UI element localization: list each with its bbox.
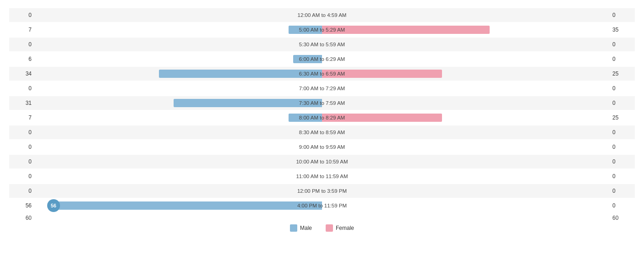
male-value: 7	[9, 27, 34, 33]
bars-container: 8:00 AM to 8:29 AM	[34, 112, 610, 124]
bars-container: 10:00 AM to 10:59 AM	[34, 156, 610, 168]
chart-row: 07:00 AM to 7:29 AM0	[9, 82, 635, 95]
male-value: 0	[9, 188, 34, 194]
male-value: 31	[9, 100, 34, 106]
axis-row: 6060	[9, 214, 635, 222]
male-value: 0	[9, 144, 34, 150]
time-label: 7:30 AM to 7:59 AM	[299, 100, 345, 106]
male-value: 0	[9, 41, 34, 48]
bars-container: 12:00 AM to 4:59 AM	[34, 9, 610, 21]
bars-container: 6:30 AM to 6:59 AM	[34, 68, 610, 80]
male-bar	[159, 70, 322, 78]
time-label: 8:00 AM to 8:29 AM	[299, 115, 345, 120]
bars-container: 9:00 AM to 9:59 AM	[34, 141, 610, 153]
chart-row: 78:00 AM to 8:29 AM25	[9, 111, 635, 125]
male-value: 0	[9, 85, 34, 92]
chart-row: 75:00 AM to 5:29 AM35	[9, 23, 635, 37]
bar-section: 6:30 AM to 6:59 AM	[34, 67, 610, 81]
female-value: 0	[610, 12, 635, 18]
bar-section: 7:00 AM to 7:29 AM	[34, 82, 610, 95]
bars-container: 5:00 AM to 5:29 AM	[34, 24, 610, 36]
chart-row: 08:30 AM to 8:59 AM0	[9, 125, 635, 139]
time-label: 10:00 AM to 10:59 AM	[296, 159, 348, 164]
bar-section: 7:30 AM to 7:59 AM	[34, 96, 610, 110]
chart-row: 346:30 AM to 6:59 AM25	[9, 67, 635, 81]
male-value: 0	[9, 129, 34, 136]
chart-row: 05:30 AM to 5:59 AM0	[9, 38, 635, 51]
bar-section: 8:00 AM to 8:29 AM	[34, 111, 610, 125]
legend: MaleFemale	[9, 224, 635, 232]
bars-container: 564:00 PM to 11:59 PM	[34, 200, 610, 212]
bar-section: 5:30 AM to 5:59 AM	[34, 38, 610, 51]
bar-section: 6:00 AM to 6:29 AM	[34, 52, 610, 66]
chart-area: 012:00 AM to 4:59 AM075:00 AM to 5:29 AM…	[9, 8, 635, 232]
chart-row: 66:00 AM to 6:29 AM0	[9, 52, 635, 66]
bar-section: 564:00 PM to 11:59 PM	[34, 199, 610, 212]
female-value: 0	[610, 85, 635, 92]
time-label: 6:00 AM to 6:29 AM	[299, 56, 345, 62]
time-label: 11:00 AM to 11:59 AM	[296, 174, 348, 179]
female-bar	[322, 26, 490, 34]
bar-section: 12:00 PM to 3:59 PM	[34, 184, 610, 198]
legend-item: Male	[290, 224, 312, 232]
chart-row: 317:30 AM to 7:59 AM0	[9, 96, 635, 110]
female-legend-box	[326, 224, 333, 232]
female-value: 25	[610, 71, 635, 77]
female-value: 0	[610, 41, 635, 48]
bars-container: 7:30 AM to 7:59 AM	[34, 97, 610, 109]
time-label: 4:00 PM to 11:59 PM	[297, 203, 347, 208]
time-label: 5:30 AM to 5:59 AM	[299, 42, 345, 47]
bars-container: 5:30 AM to 5:59 AM	[34, 38, 610, 50]
bar-section: 11:00 AM to 11:59 AM	[34, 169, 610, 183]
male-value: 6	[9, 56, 34, 62]
axis-center	[34, 214, 610, 222]
bars-container: 6:00 AM to 6:29 AM	[34, 53, 610, 65]
time-label: 8:30 AM to 8:59 AM	[299, 130, 345, 135]
male-legend-box	[290, 224, 297, 232]
female-legend-label: Female	[336, 225, 354, 231]
time-label: 9:00 AM to 9:59 AM	[299, 144, 345, 150]
bar-section: 10:00 AM to 10:59 AM	[34, 155, 610, 169]
bars-container: 8:30 AM to 8:59 AM	[34, 126, 610, 138]
time-label: 7:00 AM to 7:29 AM	[299, 86, 345, 91]
time-label: 6:30 AM to 6:59 AM	[299, 71, 345, 76]
female-value: 0	[610, 202, 635, 209]
female-value: 0	[610, 158, 635, 165]
female-value: 0	[610, 100, 635, 106]
bar-section: 5:00 AM to 5:29 AM	[34, 23, 610, 37]
female-value: 0	[610, 188, 635, 194]
bar-section: 9:00 AM to 9:59 AM	[34, 140, 610, 154]
male-bar	[54, 201, 322, 210]
male-value: 0	[9, 158, 34, 165]
female-value: 0	[610, 129, 635, 136]
male-value: 0	[9, 173, 34, 180]
chart-row: 012:00 AM to 4:59 AM0	[9, 8, 635, 22]
value-badge: 56	[47, 199, 60, 212]
chart-row: 012:00 PM to 3:59 PM0	[9, 184, 635, 198]
chart-row: 010:00 AM to 10:59 AM0	[9, 155, 635, 169]
bar-section: 8:30 AM to 8:59 AM	[34, 125, 610, 139]
chart-row: 56564:00 PM to 11:59 PM0	[9, 199, 635, 212]
bars-container: 7:00 AM to 7:29 AM	[34, 82, 610, 94]
legend-item: Female	[326, 224, 354, 232]
axis-right-label: 60	[610, 215, 635, 221]
chart-row: 011:00 AM to 11:59 AM0	[9, 169, 635, 183]
female-value: 35	[610, 27, 635, 33]
female-value: 0	[610, 56, 635, 62]
female-value: 25	[610, 114, 635, 121]
male-value: 56	[9, 202, 34, 209]
male-value: 0	[9, 12, 34, 18]
axis-left-label: 60	[9, 215, 34, 221]
male-legend-label: Male	[300, 225, 312, 231]
bars-container: 12:00 PM to 3:59 PM	[34, 185, 610, 197]
bars-container: 11:00 AM to 11:59 AM	[34, 170, 610, 182]
female-value: 0	[610, 173, 635, 180]
chart-row: 09:00 AM to 9:59 AM0	[9, 140, 635, 154]
female-value: 0	[610, 144, 635, 150]
bar-section: 12:00 AM to 4:59 AM	[34, 8, 610, 22]
time-label: 12:00 AM to 4:59 AM	[298, 12, 347, 18]
time-label: 5:00 AM to 5:29 AM	[299, 27, 345, 33]
male-value: 7	[9, 114, 34, 121]
time-label: 12:00 PM to 3:59 PM	[297, 188, 347, 194]
male-value: 34	[9, 71, 34, 77]
